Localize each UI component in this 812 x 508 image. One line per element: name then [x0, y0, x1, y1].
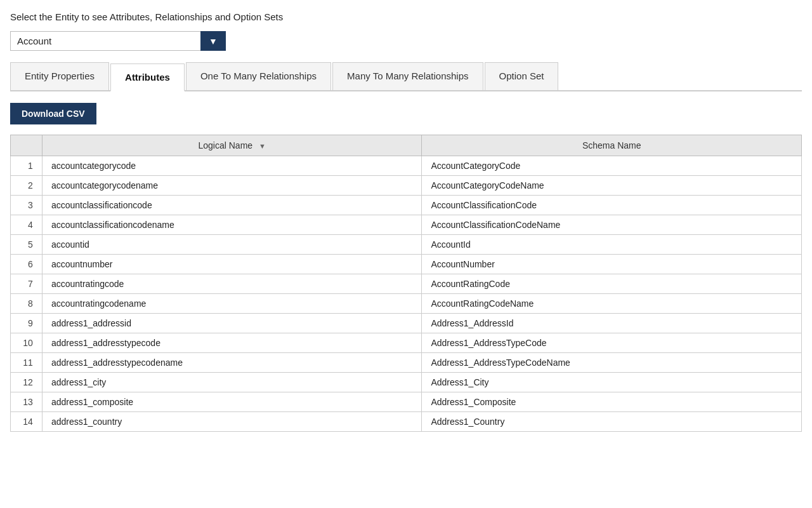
table-row: 6accountnumberAccountNumber — [11, 255, 802, 274]
table-row: 5accountidAccountId — [11, 235, 802, 255]
table-row: 2accountcategorycodenameAccountCategoryC… — [11, 176, 802, 196]
cell-schema-name: AccountNumber — [422, 255, 802, 274]
cell-logical-name: accountclassificationcode — [42, 196, 422, 215]
tab-entity-properties[interactable]: Entity Properties — [10, 62, 109, 90]
cell-row-num: 14 — [11, 412, 43, 432]
cell-schema-name: AccountId — [422, 235, 802, 255]
table-row: 11address1_addresstypecodenameAddress1_A… — [11, 353, 802, 373]
cell-row-num: 2 — [11, 176, 43, 196]
cell-logical-name: address1_composite — [42, 392, 422, 412]
cell-schema-name: Address1_AddressTypeCodeName — [422, 353, 802, 373]
entity-input[interactable] — [10, 31, 200, 51]
content-area: Download CSV Logical Name ▼ Schema Name … — [10, 91, 802, 432]
table-row: 3accountclassificationcodeAccountClassif… — [11, 196, 802, 215]
download-csv-button[interactable]: Download CSV — [10, 103, 96, 124]
cell-schema-name: AccountCategoryCodeName — [422, 176, 802, 196]
cell-logical-name: accountcategorycode — [42, 156, 422, 176]
cell-schema-name: AccountRatingCodeName — [422, 294, 802, 314]
entity-dropdown-button[interactable]: ▼ — [200, 31, 226, 51]
col-header-num — [11, 135, 43, 156]
cell-logical-name: address1_city — [42, 373, 422, 392]
col-header-schema-name: Schema Name — [422, 135, 802, 156]
table-row: 12address1_cityAddress1_City — [11, 373, 802, 392]
attributes-table: Logical Name ▼ Schema Name 1accountcateg… — [10, 135, 802, 432]
cell-row-num: 13 — [11, 392, 43, 412]
cell-row-num: 5 — [11, 235, 43, 255]
cell-row-num: 1 — [11, 156, 43, 176]
tab-many-to-many[interactable]: Many To Many Relationships — [332, 62, 483, 90]
cell-logical-name: address1_addresstypecodename — [42, 353, 422, 373]
cell-schema-name: AccountClassificationCodeName — [422, 215, 802, 235]
table-row: 7accountratingcodeAccountRatingCode — [11, 274, 802, 294]
table-row: 8accountratingcodenameAccountRatingCodeN… — [11, 294, 802, 314]
cell-row-num: 12 — [11, 373, 43, 392]
cell-schema-name: Address1_AddressTypeCode — [422, 333, 802, 353]
cell-logical-name: accountclassificationcodename — [42, 215, 422, 235]
cell-schema-name: AccountCategoryCode — [422, 156, 802, 176]
tab-attributes[interactable]: Attributes — [110, 64, 185, 91]
tab-option-set[interactable]: Option Set — [485, 62, 559, 90]
filter-icon[interactable]: ▼ — [259, 142, 266, 150]
cell-schema-name: AccountClassificationCode — [422, 196, 802, 215]
table-row: 9address1_addressidAddress1_AddressId — [11, 314, 802, 333]
cell-logical-name: accountid — [42, 235, 422, 255]
table-row: 1accountcategorycodeAccountCategoryCode — [11, 156, 802, 176]
tab-one-to-many[interactable]: One To Many Relationships — [186, 62, 331, 90]
table-row: 10address1_addresstypecodeAddress1_Addre… — [11, 333, 802, 353]
tabs-bar: Entity Properties Attributes One To Many… — [10, 62, 802, 91]
table-row: 14address1_countryAddress1_Country — [11, 412, 802, 432]
entity-selector: ▼ — [10, 31, 802, 51]
cell-logical-name: accountcategorycodename — [42, 176, 422, 196]
page-container: Select the Entity to see Attributes, Rel… — [0, 0, 812, 432]
cell-logical-name: address1_addresstypecode — [42, 333, 422, 353]
page-title: Select the Entity to see Attributes, Rel… — [10, 11, 802, 22]
cell-schema-name: Address1_AddressId — [422, 314, 802, 333]
cell-row-num: 8 — [11, 294, 43, 314]
cell-row-num: 7 — [11, 274, 43, 294]
cell-row-num: 4 — [11, 215, 43, 235]
cell-schema-name: Address1_Composite — [422, 392, 802, 412]
col-header-logical-name[interactable]: Logical Name ▼ — [42, 135, 422, 156]
cell-row-num: 6 — [11, 255, 43, 274]
table-row: 13address1_compositeAddress1_Composite — [11, 392, 802, 412]
chevron-down-icon: ▼ — [209, 36, 218, 46]
cell-row-num: 11 — [11, 353, 43, 373]
cell-logical-name: accountnumber — [42, 255, 422, 274]
cell-row-num: 9 — [11, 314, 43, 333]
cell-schema-name: Address1_Country — [422, 412, 802, 432]
cell-logical-name: address1_country — [42, 412, 422, 432]
table-row: 4accountclassificationcodenameAccountCla… — [11, 215, 802, 235]
cell-schema-name: AccountRatingCode — [422, 274, 802, 294]
cell-logical-name: accountratingcode — [42, 274, 422, 294]
cell-row-num: 10 — [11, 333, 43, 353]
cell-row-num: 3 — [11, 196, 43, 215]
cell-schema-name: Address1_City — [422, 373, 802, 392]
cell-logical-name: address1_addressid — [42, 314, 422, 333]
cell-logical-name: accountratingcodename — [42, 294, 422, 314]
